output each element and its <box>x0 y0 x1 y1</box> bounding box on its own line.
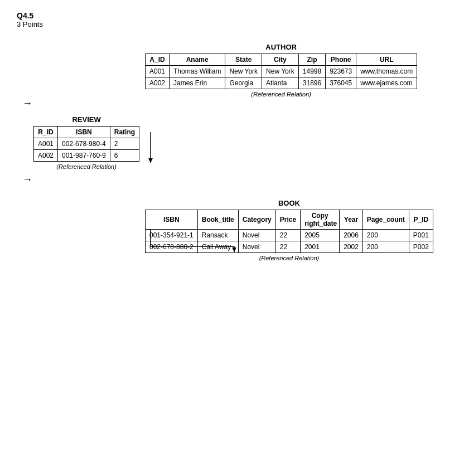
diagram-area: → → AUTHOR A_ID Aname State City Zip Pho… <box>17 37 452 338</box>
table-row: A001Thomas WilliamNew YorkNew York149989… <box>146 66 417 77</box>
review-section: REVIEW R_ID ISBN Rating A001002-678-980-… <box>33 115 139 170</box>
table-row: 002-678-880-2Call AwayNovel2220012002200… <box>146 241 433 253</box>
book-ref-note: (Referenced Relation) <box>145 255 433 261</box>
author-col-zip: Zip <box>298 54 325 66</box>
question-points: 3 Points <box>17 20 452 28</box>
question-header: Q4.5 3 Points <box>17 11 452 28</box>
review-col-rid: R_ID <box>34 127 58 138</box>
review-ref-note: (Referenced Relation) <box>33 163 139 170</box>
table-row: 001-354-921-1RansackNovel2220052006200P0… <box>146 230 433 241</box>
book-col-copydate: Copy right_date <box>301 210 340 230</box>
book-col-price: Price <box>275 210 300 230</box>
table-row: A002001-987-760-96 <box>34 150 139 162</box>
author-col-aid: A_ID <box>146 54 170 66</box>
author-ref-note: (Referenced Relation) <box>145 91 417 98</box>
svg-marker-1 <box>148 158 153 163</box>
author-table: A_ID Aname State City Zip Phone URL A001… <box>145 54 417 89</box>
book-col-pid: P_ID <box>409 210 433 230</box>
book-col-isbn: ISBN <box>146 210 198 230</box>
book-col-title: Book_title <box>197 210 238 230</box>
table-row: A001002-678-980-42 <box>34 138 139 150</box>
author-col-url: URL <box>356 54 417 66</box>
author-col-city: City <box>262 54 299 66</box>
arrow-left-2: → <box>22 174 32 186</box>
table-row: A002James ErinGeorgiaAtlanta31896376045w… <box>146 77 417 89</box>
book-title: BOOK <box>145 199 433 207</box>
author-title: AUTHOR <box>145 43 417 51</box>
book-col-category: Category <box>238 210 275 230</box>
question-title: Q4.5 <box>17 11 452 20</box>
book-section: BOOK ISBN Book_title Category Price Copy… <box>145 199 433 261</box>
author-col-phone: Phone <box>326 54 356 66</box>
review-table: R_ID ISBN Rating A001002-678-980-42A0020… <box>33 126 139 162</box>
review-col-rating: Rating <box>110 127 139 138</box>
book-table: ISBN Book_title Category Price Copy righ… <box>145 210 433 253</box>
author-section: AUTHOR A_ID Aname State City Zip Phone U… <box>145 43 417 98</box>
author-col-aname: Aname <box>170 54 225 66</box>
arrow-left-1: → <box>22 98 32 109</box>
author-col-state: State <box>225 54 262 66</box>
review-title: REVIEW <box>33 115 139 124</box>
book-col-pagecount: Page_count <box>362 210 409 230</box>
book-col-year: Year <box>340 210 363 230</box>
review-col-isbn: ISBN <box>58 127 110 138</box>
